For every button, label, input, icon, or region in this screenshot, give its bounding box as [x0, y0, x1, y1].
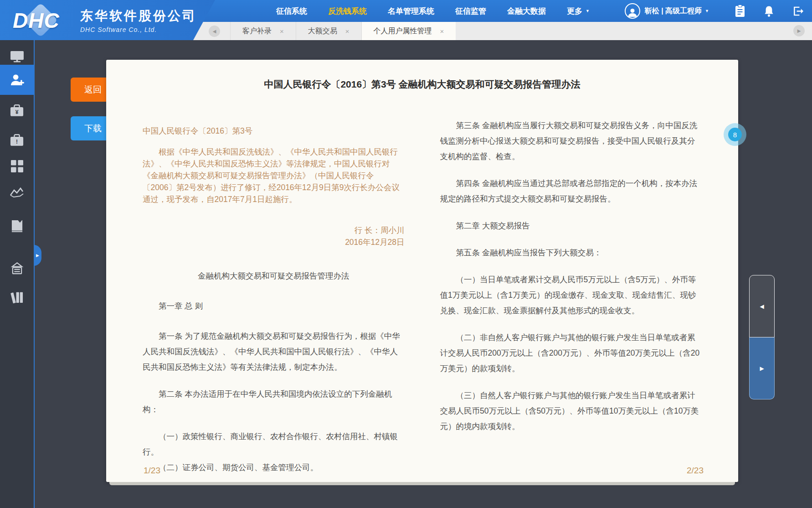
article-3: 第三条 金融机构应当履行大额交易和可疑交易报告义务，向中国反洗钱监测分析中心报送… — [440, 118, 702, 164]
user-icon — [627, 7, 638, 18]
page-number-left: 1/23 — [144, 466, 160, 476]
nav-item-financial-big-data[interactable]: 金融大数据 — [507, 6, 546, 16]
nav-item-anti-money-laundering[interactable]: 反洗钱系统 — [328, 6, 367, 16]
user-name-role[interactable]: 靳松 | 高级工程师 — [645, 6, 702, 16]
yen-glyph: ¥ — [15, 109, 19, 115]
page-navigation: ◀ ▶ — [749, 275, 775, 399]
article-2-item-1: （一）政策性银行、商业银行、农村合作银行、农村信用社、村镇银行。 — [143, 429, 405, 460]
arrow-left-icon: ◀ — [760, 303, 764, 310]
company-name-cn: 东华软件股份公司 — [80, 7, 197, 25]
article-5-item-1: （一）当日单笔或者累计交易人民币5万元以上（含5万元）、外币等值1万美元以上（含… — [440, 272, 702, 318]
article-5-item-3: （三）自然人客户银行账户与其他的银行账户发生当日单笔或者累计交易人民币50万元以… — [440, 388, 702, 434]
tab-label: 个人用户属性管理 — [374, 26, 432, 36]
main-nav: 征信系统 反洗钱系统 名单管理系统 征信监管 金融大数据 更多 ▼ — [276, 0, 590, 22]
nav-item-credit-system[interactable]: 征信系统 — [276, 6, 307, 16]
document-page: 中国人民银行令〔2016〕第3号 金融机构大额交易和可疑交易报告管理办法 中国人… — [106, 60, 738, 482]
page-number-right: 2/23 — [687, 466, 704, 476]
nav-more-label: 更多 — [567, 6, 582, 16]
logo-text: DHC — [13, 8, 60, 33]
chevron-down-icon[interactable]: ▼ — [705, 9, 709, 13]
article-4: 第四条 金融机构应当通过其总部或者总部指定的一个机构，按本办法规定的路径和方式提… — [440, 176, 702, 207]
app-window: 征信系统 反洗钱系统 名单管理系统 征信监管 金融大数据 更多 ▼ 靳松 | 高… — [0, 0, 812, 508]
bell-icon — [764, 5, 774, 17]
dhc-logo: DHC — [12, 4, 78, 36]
sidebar-item-cash-box[interactable]: ¥ — [0, 98, 34, 123]
company-name-en: DHC Software Co., Ltd. — [80, 26, 197, 33]
exclamation-glyph: ! — [16, 139, 18, 145]
arrow-right-icon: ▶ — [36, 253, 39, 258]
grid-icon — [11, 160, 23, 172]
nav-item-credit-supervision[interactable]: 征信监管 — [455, 6, 486, 16]
article-2-item-2: （二）证券公司、期货公司、基金管理公司。 — [143, 460, 405, 475]
document-subtitle: 金融机构大额交易和可疑交易报告管理办法 — [143, 268, 405, 284]
book-icon — [11, 220, 23, 233]
line-chart-icon — [10, 187, 24, 199]
tab-label: 大额交易 — [308, 26, 337, 36]
close-icon[interactable]: × — [280, 27, 284, 35]
books-icon — [10, 290, 24, 304]
tab-scroll-left-button[interactable]: ◀ — [209, 26, 220, 37]
nav-item-list-management[interactable]: 名单管理系统 — [388, 6, 434, 16]
main-content: 返回 下载 中国人民银行令〔2016〕第3号 金融机构大额交易和可疑交易报告管理… — [35, 40, 812, 508]
preamble: 根据《中华人民共和国反洗钱法》、《中华人民共和国中国人民银行法》、《中华人民共和… — [143, 146, 405, 205]
company-name: 东华软件股份公司 DHC Software Co., Ltd. — [80, 7, 197, 33]
sign-icon — [10, 262, 24, 275]
notifications-button[interactable] — [764, 5, 774, 17]
clipboard-icon — [735, 5, 745, 17]
clipboard-button[interactable] — [735, 5, 745, 17]
sidebar-item-alert-box[interactable]: ! — [0, 127, 34, 153]
arrow-right-icon: ▶ — [760, 365, 764, 372]
close-icon[interactable]: × — [440, 27, 444, 35]
close-icon[interactable]: × — [345, 27, 349, 35]
article-5-item-2: （二）非自然人客户银行账户与其他的银行账户发生当日单笔或者累计交易人民币200万… — [440, 330, 702, 376]
tab-large-transactions[interactable]: 大额交易 × — [296, 22, 361, 40]
sidebar-item-grid[interactable] — [0, 153, 34, 179]
document-title: 中国人民银行令〔2016〕第3号 金融机构大额交易和可疑交易报告管理办法 — [134, 78, 711, 91]
chapter-2-heading: 第二章 大额交易报告 — [440, 218, 702, 233]
sidebar: ¥ ! — [0, 40, 35, 508]
document-column-right: 第三条 金融机构应当履行大额交易和可疑交易报告义务，向中国反洗钱监测分析中心报送… — [440, 109, 702, 475]
floating-badge[interactable]: 8 — [724, 123, 746, 146]
sidebar-item-user-add[interactable] — [0, 65, 34, 95]
logout-icon — [792, 6, 804, 16]
logout-button[interactable] — [792, 6, 804, 16]
tab-label: 客户补录 — [242, 26, 272, 36]
user-area: 靳松 | 高级工程师 ▼ — [625, 0, 812, 22]
badge-count: 8 — [728, 128, 742, 141]
signer: 行 长：周小川 — [143, 224, 405, 236]
next-page-button[interactable]: ▶ — [749, 337, 775, 399]
monitor-icon — [10, 50, 24, 62]
nav-item-more[interactable]: 更多 ▼ — [567, 6, 590, 16]
chevron-down-icon: ▼ — [586, 9, 590, 13]
sidebar-item-sign[interactable] — [0, 255, 34, 281]
tab-personal-user-attributes[interactable]: 个人用户属性管理 × — [361, 22, 456, 40]
avatar[interactable] — [625, 3, 640, 19]
user-add-icon — [10, 73, 24, 87]
article-5: 第五条 金融机构应当报告下列大额交易： — [440, 245, 702, 260]
logo-block: DHC 东华软件股份公司 DHC Software Co., Ltd. — [0, 0, 215, 40]
tab-customer-supplement[interactable]: 客户补录 × — [230, 22, 296, 40]
document-column-left: 中国人民银行令〔2016〕第3号 根据《中华人民共和国反洗钱法》、《中华人民共和… — [143, 109, 405, 475]
decree-number: 中国人民银行令〔2016〕第3号 — [143, 125, 405, 137]
sidebar-item-line-chart[interactable] — [0, 180, 34, 206]
chapter-1-heading: 第一章 总 则 — [143, 298, 405, 314]
sidebar-item-books[interactable] — [0, 284, 34, 310]
previous-page-button[interactable]: ◀ — [749, 275, 775, 337]
document-columns: 中国人民银行令〔2016〕第3号 根据《中华人民共和国反洗钱法》、《中华人民共和… — [106, 109, 738, 475]
tabs: 客户补录 × 大额交易 × 个人用户属性管理 × — [230, 22, 456, 40]
article-1: 第一条 为了规范金融机构大额交易和可疑交易报告行为，根据《中华人民共和国反洗钱法… — [143, 328, 405, 375]
sign-date: 2016年12月28日 — [143, 236, 405, 248]
article-2: 第二条 本办法适用于在中华人民共和国境内依法设立的下列金融机构： — [143, 386, 405, 417]
tab-scroll-right-button[interactable]: ▶ — [793, 25, 805, 36]
sidebar-item-book[interactable] — [0, 213, 34, 239]
